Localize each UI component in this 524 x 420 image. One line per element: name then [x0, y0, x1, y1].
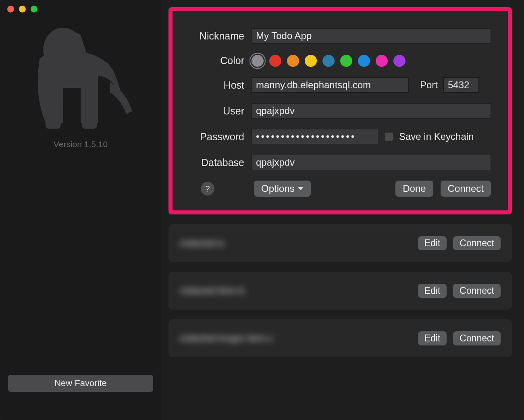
user-input[interactable] — [252, 103, 491, 119]
svg-rect-2 — [82, 106, 97, 129]
new-favorite-button[interactable]: New Favorite — [8, 375, 153, 392]
app-logo — [16, 18, 145, 135]
connect-button[interactable]: Connect — [453, 284, 501, 298]
database-label: Database — [179, 157, 252, 168]
saved-connection: redacted-aEditConnect — [168, 224, 512, 262]
minimize-icon[interactable] — [19, 6, 26, 12]
user-label: User — [179, 105, 252, 117]
save-keychain-label: Save in Keychain — [399, 131, 474, 142]
nickname-label: Nickname — [179, 30, 252, 42]
main-panel: Nickname Color Host Port — [161, 0, 524, 420]
color-swatch-magenta[interactable] — [376, 55, 388, 67]
connection-editor: Nickname Color Host Port — [168, 7, 512, 214]
saved-connection-name: redacted-longer-item-c — [180, 333, 273, 344]
port-label: Port — [414, 79, 438, 91]
version-label: Version 1.5.10 — [54, 139, 108, 149]
svg-rect-1 — [46, 106, 61, 129]
password-input[interactable] — [252, 129, 379, 144]
options-button-label: Options — [261, 183, 295, 194]
host-input[interactable] — [252, 77, 409, 93]
connect-button[interactable]: Connect — [453, 236, 501, 250]
nickname-input[interactable] — [252, 28, 491, 44]
close-icon[interactable] — [7, 6, 14, 12]
color-swatches — [252, 54, 405, 67]
saved-connections-list: redacted-aEditConnectredacted-item-bEdit… — [168, 224, 512, 357]
color-swatch-yellow[interactable] — [305, 55, 317, 67]
port-input[interactable] — [443, 77, 479, 93]
save-keychain-checkbox[interactable] — [385, 132, 393, 141]
options-button[interactable]: Options — [254, 181, 311, 197]
database-input[interactable] — [252, 155, 491, 170]
color-swatch-blue[interactable] — [358, 55, 370, 67]
edit-button[interactable]: Edit — [418, 331, 447, 345]
edit-button[interactable]: Edit — [418, 236, 447, 250]
saved-connection-name: redacted-item-b — [180, 285, 245, 296]
chevron-down-icon — [298, 187, 304, 190]
saved-connection: redacted-longer-item-cEditConnect — [168, 319, 512, 357]
saved-connection: redacted-item-bEditConnect — [168, 272, 512, 310]
maximize-icon[interactable] — [31, 6, 37, 12]
sidebar: Version 1.5.10 New Favorite — [0, 0, 161, 420]
editor-footer: ? Options Done Connect — [179, 181, 491, 197]
color-swatch-gray[interactable] — [252, 55, 264, 67]
connect-button[interactable]: Connect — [453, 331, 501, 345]
app-window: Version 1.5.10 New Favorite Nickname Col… — [0, 0, 524, 420]
host-label: Host — [179, 79, 252, 91]
color-swatch-green[interactable] — [340, 55, 352, 67]
saved-connection-name: redacted-a — [180, 238, 224, 249]
done-button[interactable]: Done — [395, 181, 433, 197]
window-controls — [7, 6, 37, 12]
color-swatch-purple[interactable] — [393, 55, 405, 67]
elephant-icon — [20, 18, 141, 135]
color-swatch-red[interactable] — [269, 55, 281, 67]
password-label: Password — [179, 131, 252, 143]
edit-button[interactable]: Edit — [418, 284, 447, 298]
color-swatch-orange[interactable] — [287, 55, 299, 67]
color-label: Color — [179, 55, 252, 67]
connect-button[interactable]: Connect — [441, 181, 491, 197]
color-swatch-teal[interactable] — [322, 55, 335, 67]
help-button[interactable]: ? — [201, 182, 214, 195]
